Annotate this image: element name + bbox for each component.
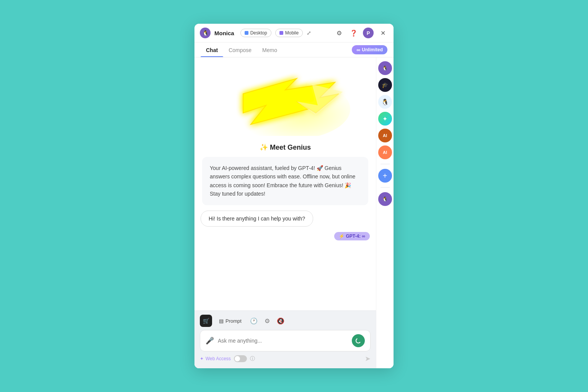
sidebar-item-spark[interactable]: ✦ xyxy=(378,112,392,126)
tab-chat[interactable]: Chat xyxy=(201,42,223,57)
web-access-help-icon[interactable]: ⓘ xyxy=(250,355,255,362)
web-access-label: ✦ Web Access xyxy=(200,356,231,361)
mobile-button[interactable]: Mobile xyxy=(275,29,303,37)
content-area: ✨ Meet Genius Your AI-powered assistant,… xyxy=(194,57,394,368)
sidebar-item-monica[interactable]: 🐧 xyxy=(378,61,392,75)
title-bar: 🐧 Monica Desktop Mobile ⤢ ⚙ ❓ P ✕ xyxy=(194,24,394,42)
input-area: 🛒 ▤ Prompt 🕐 ⚙ 🔇 🎤 xyxy=(194,310,376,368)
tab-memo[interactable]: Memo xyxy=(257,42,283,57)
app-logo: 🐧 xyxy=(200,28,211,38)
chat-messages: ✨ Meet Genius Your AI-powered assistant,… xyxy=(194,57,376,310)
settings-icon[interactable]: ⚙ xyxy=(334,28,345,38)
sidebar-item-gemini[interactable]: 🐧 xyxy=(378,95,392,109)
info-box: Your AI-powered assistant, fueled by GPT… xyxy=(202,157,368,205)
input-box: 🎤 xyxy=(200,330,371,351)
help-icon[interactable]: ❓ xyxy=(348,28,359,38)
unlimited-badge: ∞ Unlimited xyxy=(352,45,387,54)
user-avatar[interactable]: P xyxy=(363,28,374,38)
gpt-badge: ⚡ GPT-4: ∞ xyxy=(334,232,370,240)
chat-area: ✨ Meet Genius Your AI-powered assistant,… xyxy=(194,57,376,368)
app-name: Monica xyxy=(214,30,234,36)
star-icon: ✦ xyxy=(200,356,204,361)
unlimited-icon: ∞ xyxy=(356,47,360,53)
tab-compose[interactable]: Compose xyxy=(223,42,257,57)
sidebar-divider xyxy=(381,164,390,164)
mute-icon[interactable]: 🔇 xyxy=(275,316,286,326)
gpt-badge-text: ⚡ GPT-4: ∞ xyxy=(339,234,365,239)
history-icon[interactable]: 🕐 xyxy=(248,316,259,326)
chat-bubble-text: Hi! Is there anything I can help you wit… xyxy=(201,211,313,227)
mic-icon[interactable]: 🎤 xyxy=(206,336,214,345)
prompt-label: Prompt xyxy=(225,318,242,324)
web-access-text: Web Access xyxy=(206,356,231,361)
basket-icon-button[interactable]: 🛒 xyxy=(200,315,212,327)
send-arrow-icon[interactable]: ➤ xyxy=(365,354,371,363)
chat-input[interactable] xyxy=(218,338,348,344)
input-toolbar: 🛒 ▤ Prompt 🕐 ⚙ 🔇 xyxy=(200,315,371,327)
svg-point-3 xyxy=(356,338,361,343)
tab-bar: Chat Compose Memo ∞ Unlimited xyxy=(194,42,394,57)
sidebar-item-gpt4[interactable]: 🎓 xyxy=(378,78,392,92)
mobile-label: Mobile xyxy=(285,30,299,36)
mobile-icon xyxy=(279,31,283,35)
desktop-icon xyxy=(245,31,248,35)
arrow-graphic xyxy=(201,57,370,138)
greeting-bubble: Hi! Is there anything I can help you wit… xyxy=(201,211,370,227)
prompt-button[interactable]: ▤ Prompt xyxy=(216,317,245,325)
sidebar-item-bottom[interactable]: 🐧 xyxy=(378,192,392,206)
prompt-icon: ▤ xyxy=(219,318,224,324)
sidebar-divider-2 xyxy=(381,187,390,188)
gpt-tag: ⚡ GPT-4: ∞ xyxy=(201,232,370,240)
input-footer: ✦ Web Access ⓘ ➤ xyxy=(200,354,371,363)
desktop-button[interactable]: Desktop xyxy=(240,29,271,37)
desktop-label: Desktop xyxy=(250,30,267,36)
sidebar-item-claude2[interactable]: AI xyxy=(378,145,392,159)
meet-genius-title: ✨ Meet Genius xyxy=(201,143,370,152)
sidebar-item-claude[interactable]: AI xyxy=(378,129,392,142)
unlimited-label: Unlimited xyxy=(362,47,383,52)
web-access-toggle[interactable] xyxy=(234,355,247,362)
sidebar: 🐧 🎓 🐧 ✦ AI AI + 🐧 xyxy=(376,57,394,368)
sidebar-add-button[interactable]: + xyxy=(378,169,392,183)
info-text: Your AI-powered assistant, fueled by GPT… xyxy=(210,165,355,197)
settings-small-icon[interactable]: ⚙ xyxy=(263,316,271,326)
loading-indicator[interactable] xyxy=(352,334,365,347)
app-window: 🐧 Monica Desktop Mobile ⤢ ⚙ ❓ P ✕ Chat C… xyxy=(194,24,394,368)
close-icon[interactable]: ✕ xyxy=(377,28,388,38)
expand-icon[interactable]: ⤢ xyxy=(307,30,311,36)
